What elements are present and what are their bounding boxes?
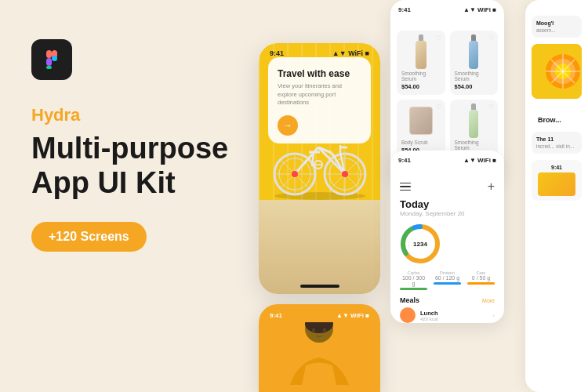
partial-item-desc: assem...: [536, 27, 577, 33]
svg-point-33: [342, 171, 348, 177]
product-name: Smoothing Serum: [455, 140, 494, 151]
preview-thumbnail: [538, 172, 575, 196]
screens-badge[interactable]: +120 Screens: [31, 222, 147, 252]
more-link[interactable]: More: [482, 298, 495, 303]
travel-card: Travel with ease View your itineraries a…: [268, 57, 371, 143]
phone-main: 9:41 ▲▼ WiFi ■ Travel with ease View you…: [259, 43, 380, 294]
product-name: Smoothing Serum: [401, 71, 441, 82]
today-date: Monday, September 20: [390, 210, 504, 217]
svg-point-41: [323, 328, 326, 332]
heart-icon[interactable]: ♡: [488, 103, 494, 111]
main-title: Multi-purpose App UI Kit: [31, 132, 235, 200]
ground-section: [259, 200, 380, 294]
serum-bottle-1: [416, 34, 426, 69]
fats-value: 0 / 50 g: [467, 275, 495, 281]
scrub-jar: [409, 107, 433, 135]
meal-row: Lunch 420 kcal ›: [400, 307, 495, 323]
today-label: Today: [390, 198, 504, 210]
svg-rect-2: [46, 58, 52, 66]
calorie-count: 1234: [413, 241, 427, 248]
partial-product-1: Moog'l assem...: [532, 16, 582, 38]
carbs-macro: Carbs 100 / 300 g: [400, 270, 427, 290]
product-name: Smoothing Serum: [455, 71, 494, 82]
ecom-status-bar: 9:41 ▲▼ WiFi ■: [390, 0, 504, 15]
meal-cal: 420 kcal: [420, 317, 438, 321]
product-item: ♡ Smoothing Serum $54.00: [450, 31, 499, 95]
product-item: ♡ Smoothing Serum $54.00: [397, 31, 445, 95]
right-partial-panel: Moog'l assem... Brow... The 11 incred...: [525, 0, 588, 392]
product-image: [455, 104, 494, 137]
yellow-background: Travel with ease View your itineraries a…: [259, 43, 380, 200]
svg-rect-4: [46, 66, 52, 69]
hamburger-menu[interactable]: [400, 183, 411, 191]
figma-logo: [31, 39, 72, 80]
brand-name: Hydra: [31, 105, 235, 125]
product-name: Body Scrub: [401, 140, 441, 145]
travel-card-subtitle: View your itineraries and explore upcomi…: [278, 82, 361, 107]
meal-icon: [400, 307, 416, 323]
partial-item-title: Moog'l: [536, 20, 577, 26]
heart-icon[interactable]: ♡: [436, 103, 441, 111]
product-image: [401, 35, 441, 68]
carbs-bar: [400, 288, 427, 290]
svg-point-40: [312, 328, 315, 332]
phone-status-bar: 9:41 ▲▼ WiFi ■: [259, 43, 380, 60]
protein-value: 60 / 120 g: [434, 275, 461, 281]
meals-label: Meals: [400, 296, 419, 304]
macro-row: Carbs 100 / 300 g Protein 60 / 120 g Fat…: [390, 270, 504, 290]
calorie-donut-chart: 1234: [400, 223, 441, 264]
carbs-value: 100 / 300 g: [400, 275, 427, 286]
home-indicator: [300, 285, 339, 288]
browse-label: Brow...: [532, 111, 582, 125]
meal-name: Lunch: [420, 310, 438, 317]
product-image: [401, 104, 441, 137]
travel-card-title: Travel with ease: [278, 68, 361, 79]
add-button[interactable]: +: [488, 180, 495, 194]
person-status-bar: 9:41 ▲▼ WiFi ■: [259, 304, 380, 322]
protein-macro: Protein 60 / 120 g: [434, 270, 461, 290]
nutrition-header: +: [390, 165, 504, 198]
phone-nutrition: 9:41 ▲▼ WiFi ■ + Today Monday, September…: [390, 151, 504, 323]
heart-icon[interactable]: ♡: [436, 34, 441, 42]
meal-info: Lunch 420 kcal: [420, 310, 438, 321]
serum-bottle-4: [469, 103, 478, 138]
partial-image-block: [532, 44, 582, 99]
meal-list: Lunch 420 kcal › Breakfast 320 kcal ›: [390, 304, 504, 323]
meals-section-header: Meals More: [390, 296, 504, 304]
serum-bottle-2: [469, 34, 478, 69]
product-price: $54.00: [401, 83, 441, 90]
svg-rect-3: [52, 56, 57, 61]
product-price: $54.00: [455, 83, 494, 90]
fats-bar: [467, 282, 495, 285]
product-grid: ♡ Smoothing Serum $54.00 ♡ Smoothing Ser…: [390, 15, 504, 170]
partial-item-title-2: The 11: [536, 136, 577, 142]
heart-icon[interactable]: ♡: [488, 34, 494, 42]
chevron-right-icon: ›: [492, 312, 495, 319]
nutrition-status-bar: 9:41 ▲▼ WiFi ■: [390, 151, 504, 165]
protein-bar: [434, 282, 461, 285]
svg-point-32: [292, 171, 298, 177]
person-figure: [259, 322, 380, 385]
partial-phone-preview: 9:41: [532, 160, 582, 201]
partial-time: 9:41: [535, 165, 579, 170]
right-partial-content: Moog'l assem... Brow... The 11 incred...: [525, 0, 588, 216]
donut-section: 1234: [390, 223, 504, 264]
partial-product-2: The 11 incred... visit in...: [532, 132, 582, 154]
travel-arrow-button[interactable]: →: [278, 115, 298, 136]
phone-person: 9:41 ▲▼ WiFi ■: [259, 304, 380, 392]
partial-item-desc-2: incred... visit in...: [536, 143, 577, 149]
fats-macro: Fats 0 / 50 g: [467, 270, 495, 290]
svg-rect-0: [46, 50, 52, 58]
left-section: Hydra Multi-purpose App UI Kit +120 Scre…: [31, 39, 235, 252]
product-image: [455, 35, 494, 68]
